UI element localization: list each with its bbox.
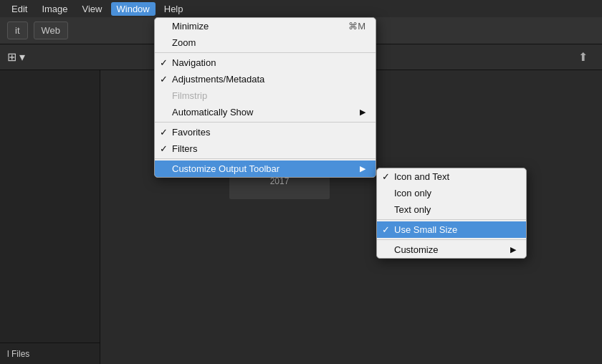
grid-view-icon[interactable]: ⊞ ▾ — [7, 50, 25, 64]
submenu-item-text-only[interactable]: Text only — [377, 201, 526, 218]
menu-item-favorites[interactable]: ✓ Favorites — [155, 124, 376, 140]
minimize-label: Minimize — [172, 21, 209, 32]
zoom-label: Zoom — [172, 37, 196, 48]
filters-label: Filters — [172, 143, 197, 154]
filters-checkmark: ✓ — [160, 143, 168, 154]
menubar-item-help[interactable]: Help — [158, 2, 189, 16]
menu-item-adjustments[interactable]: ✓ Adjustments/Metadata — [155, 71, 376, 87]
separator-2 — [155, 122, 376, 123]
separator-1 — [155, 52, 376, 53]
toolbar-tab-it[interactable]: it — [7, 21, 28, 39]
menu-item-zoom[interactable]: Zoom — [155, 34, 376, 51]
customize-label: Customize — [394, 244, 438, 255]
customize-output-arrow: ▶ — [360, 164, 366, 173]
icon-and-text-checkmark: ✓ — [382, 171, 390, 182]
menu-item-minimize[interactable]: Minimize ⌘M — [155, 18, 376, 34]
sidebar: l Files — [0, 70, 100, 364]
submenu-item-icon-only[interactable]: Icon only — [377, 185, 526, 201]
text-only-label: Text only — [394, 204, 431, 215]
submenu-separator-2 — [377, 239, 526, 240]
adjustments-label: Adjustments/Metadata — [172, 74, 264, 85]
navigation-checkmark: ✓ — [160, 57, 168, 68]
menubar-item-edit[interactable]: Edit — [6, 2, 33, 16]
auto-show-label: Automatically Show — [172, 107, 253, 118]
favorites-label: Favorites — [172, 127, 210, 138]
menu-item-filters[interactable]: ✓ Filters — [155, 140, 376, 157]
adjustments-checkmark: ✓ — [160, 74, 168, 85]
navigation-label: Navigation — [172, 57, 216, 68]
favorites-checkmark: ✓ — [160, 127, 168, 138]
minimize-shortcut: ⌘M — [348, 21, 366, 32]
submenu-item-customize[interactable]: Customize ▶ — [377, 241, 526, 258]
export-icon[interactable]: ⬆ — [578, 50, 588, 64]
customize-arrow: ▶ — [510, 245, 516, 254]
menubar-item-image[interactable]: Image — [36, 2, 73, 16]
menubar-item-window[interactable]: Window — [111, 2, 156, 16]
icon-only-label: Icon only — [394, 188, 431, 198]
window-dropdown-menu: Minimize ⌘M Zoom ✓ Navigation ✓ Adjustme… — [154, 17, 376, 178]
menubar-item-view[interactable]: View — [77, 2, 108, 16]
menu-item-filmstrip[interactable]: Filmstrip — [155, 87, 376, 104]
customize-output-label: Customize Output Toolbar — [172, 163, 280, 174]
small-size-checkmark: ✓ — [382, 224, 390, 235]
customize-output-submenu: ✓ Icon and Text Icon only Text only ✓ Us… — [376, 168, 527, 259]
auto-show-arrow: ▶ — [360, 107, 366, 117]
menubar: Edit Image View Window Help — [0, 0, 602, 17]
menu-item-navigation[interactable]: ✓ Navigation — [155, 54, 376, 71]
submenu-separator-1 — [377, 219, 526, 220]
menu-item-customize-output[interactable]: Customize Output Toolbar ▶ — [155, 161, 376, 177]
menu-item-auto-show[interactable]: Automatically Show ▶ — [155, 104, 376, 120]
sidebar-files-label: l Files — [0, 343, 100, 364]
small-size-label: Use Small Size — [394, 224, 457, 235]
submenu-item-icon-and-text[interactable]: ✓ Icon and Text — [377, 168, 526, 185]
submenu-item-use-small-size[interactable]: ✓ Use Small Size — [377, 221, 526, 238]
icon-and-text-label: Icon and Text — [394, 171, 449, 182]
separator-3 — [155, 158, 376, 159]
filmstrip-label: Filmstrip — [172, 90, 207, 101]
toolbar-tab-web[interactable]: Web — [34, 21, 69, 39]
